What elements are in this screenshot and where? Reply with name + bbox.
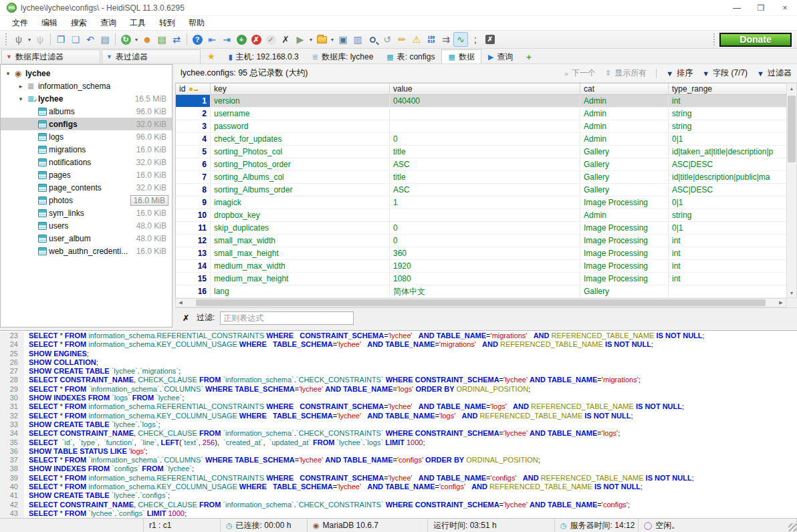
table-filter-tab[interactable]: ▼表过滤器 (102, 49, 201, 63)
columns-visibility-button[interactable]: ▼字段 (7/7) (702, 68, 748, 79)
last-record-button[interactable]: ⇥ (219, 32, 234, 47)
donate-grip[interactable] (713, 33, 716, 45)
warnings-button[interactable]: ⚠ (409, 32, 424, 47)
table-row[interactable]: 2usernameAdminstring (176, 108, 786, 120)
session-connect-button[interactable]: ψ (11, 32, 26, 47)
delete-record-button[interactable]: ✗ (249, 32, 263, 47)
menu-query[interactable]: 查询 (94, 16, 123, 30)
user-manager-button[interactable]: ☻ (140, 32, 154, 47)
wrap-lines-button[interactable]: ⇉ (439, 32, 453, 47)
filter-close-icon[interactable]: ✗ (181, 313, 191, 323)
filter-input[interactable] (220, 311, 354, 325)
tree-item-logs[interactable]: logs96.0 KiB (1, 130, 172, 143)
menu-search[interactable]: 搜索 (64, 16, 94, 30)
save-sql-button[interactable]: ▣ (336, 32, 350, 47)
tab-data[interactable]: ▦数据 (441, 49, 481, 63)
table-row[interactable]: 10dropbox_keyAdminstring (176, 209, 786, 222)
tree-item-albums[interactable]: albums96.0 KiB (1, 105, 172, 118)
copy-grid-button[interactable]: ❏ (68, 32, 83, 47)
tree-item-users[interactable]: users48.0 KiB (1, 219, 172, 232)
tree-item-user_album[interactable]: user_album48.0 KiB (1, 232, 172, 245)
show-all-rows-button[interactable]: ⇕显示所有 (605, 68, 647, 79)
close-grid-button[interactable]: ✗ (483, 32, 497, 47)
search-button[interactable] (365, 32, 380, 47)
column-header-id[interactable]: id (176, 84, 211, 94)
post-changes-button[interactable]: ✓ (263, 32, 278, 47)
tab-host[interactable]: ▮主机: 192.168.0.3 (222, 49, 306, 63)
table-row[interactable]: 12small_max_width0Image Processingint (176, 235, 786, 247)
binary-view-button[interactable]: 100 010 (424, 32, 439, 47)
table-row[interactable]: 9imagick1Image Processing0|1 (176, 196, 786, 209)
tree-item-pages[interactable]: pages16.0 KiB (1, 168, 172, 181)
run-query-button[interactable]: ▶ (293, 32, 308, 47)
open-sql-file-button[interactable] (314, 32, 329, 47)
table-row[interactable]: 7sorting_Albums_coltitleGalleryid|title|… (176, 171, 786, 184)
tree-expand-icon[interactable]: ▾ (3, 70, 13, 77)
database-filter-tab[interactable]: ▼数据库过滤器 (1, 49, 100, 63)
tree-item-photos[interactable]: photos16.0 MiB (1, 194, 172, 207)
help-button[interactable]: ? (190, 32, 205, 47)
tree-item-notifications[interactable]: notifications32.0 KiB (1, 156, 172, 168)
tab-database[interactable]: ≣数据库: lychee (306, 49, 380, 63)
favorites-star-icon[interactable]: ★ (207, 51, 215, 61)
tab-new-query[interactable]: + (520, 49, 538, 63)
first-record-button[interactable]: ⇤ (205, 32, 219, 47)
insert-record-button[interactable]: + (234, 32, 249, 47)
tree-item-lychee[interactable]: ▾◉lychee (1, 67, 172, 80)
tab-query[interactable]: ▶查询 (481, 49, 520, 63)
menu-file[interactable]: 文件 (5, 16, 35, 30)
table-row[interactable]: 6sorting_Photos_orderASCGalleryASC|DESC (176, 158, 786, 171)
table-row[interactable]: 13small_max_height360Image Processingint (176, 247, 786, 260)
tree-item-sym_links[interactable]: sym_links16.0 KiB (1, 207, 172, 219)
session-parameters-button[interactable]: ⇄ (169, 32, 184, 47)
reformat-sql-button[interactable]: ✏ (394, 32, 409, 47)
table-row[interactable]: 4check_for_updates0Admin0|1 (176, 133, 786, 146)
tree-item-web_authn_credenti-[interactable]: web_authn_credenti...16.0 KiB (1, 245, 172, 257)
tree-item-page_contents[interactable]: page_contents32.0 KiB (1, 181, 172, 194)
export-database-button[interactable]: ❐ (53, 32, 68, 47)
horizontal-scrollbar[interactable]: ◀ ▶ (175, 298, 786, 307)
close-button[interactable]: × (773, 0, 797, 15)
scroll-up-icon[interactable]: ▲ (787, 84, 796, 93)
undo-button[interactable]: ↶ (83, 32, 98, 47)
next-rows-button[interactable]: »下一个 (564, 68, 596, 79)
open-sql-dropdown-icon[interactable]: ▾ (329, 32, 336, 47)
print-button[interactable]: ▤ (98, 32, 112, 47)
sql-log-panel[interactable]: 23SELECT * FROM information_schema.REFER… (0, 330, 797, 518)
table-row[interactable]: 16lang简体中文Gallery (176, 285, 786, 298)
scroll-left-icon[interactable]: ◀ (176, 299, 185, 307)
table-row[interactable]: 14medium_max_width1920Image Processingin… (176, 260, 786, 273)
refresh-dropdown-icon[interactable]: ▾ (133, 32, 140, 47)
table-row[interactable]: 1version040400Adminint (176, 95, 786, 108)
toolbar-grip[interactable] (5, 33, 8, 45)
table-row[interactable]: 8sorting_Albums_orderASCGalleryASC|DESC (176, 184, 786, 196)
tree-item-information_schema[interactable]: ▸≣information_schema (1, 80, 172, 92)
semicolon-delimiter-button[interactable]: ; (468, 32, 483, 47)
column-header-type_range[interactable]: type_range (669, 84, 786, 94)
refresh-button[interactable]: ↻ (118, 32, 133, 47)
sorting-button[interactable]: ▼排序 (666, 68, 693, 79)
resize-grip[interactable] (788, 523, 796, 531)
scroll-down-icon[interactable]: ▼ (787, 288, 796, 297)
horizontal-scroll-thumb[interactable] (196, 299, 766, 306)
run-query-dropdown-icon[interactable]: ▾ (308, 32, 314, 47)
tree-item-configs[interactable]: configs32.0 KiB (1, 118, 172, 130)
column-header-cat[interactable]: cat (580, 84, 669, 94)
blob-editor-button[interactable]: ∿ (453, 32, 468, 47)
scroll-right-icon[interactable]: ▶ (776, 299, 786, 307)
vertical-scrollbar[interactable]: ▲ ▼ (786, 83, 797, 298)
table-row[interactable]: 5sorting_Photos_coltitleGalleryid|taken_… (176, 146, 786, 158)
tree-item-migrations[interactable]: migrations16.0 KiB (1, 143, 172, 156)
vertical-scroll-thumb[interactable] (788, 96, 796, 162)
minimize-button[interactable]: — (725, 0, 749, 15)
tab-table[interactable]: ▦表: configs (380, 49, 441, 63)
maximize-button[interactable]: ❐ (749, 0, 773, 15)
data-filter-button[interactable]: ▼过滤器 (757, 68, 792, 79)
table-row[interactable]: 15medium_max_height1080Image Processingi… (176, 273, 786, 285)
tree-expand-icon[interactable]: ▾ (16, 96, 25, 102)
donate-button[interactable]: Donate (719, 33, 792, 47)
column-header-value[interactable]: value (390, 84, 580, 94)
tree-item-lychee[interactable]: ▾≣lychee16.5 MiB (1, 92, 172, 105)
menu-help[interactable]: 帮助 (182, 16, 211, 30)
session-disconnect-button[interactable]: ψ (33, 32, 47, 47)
